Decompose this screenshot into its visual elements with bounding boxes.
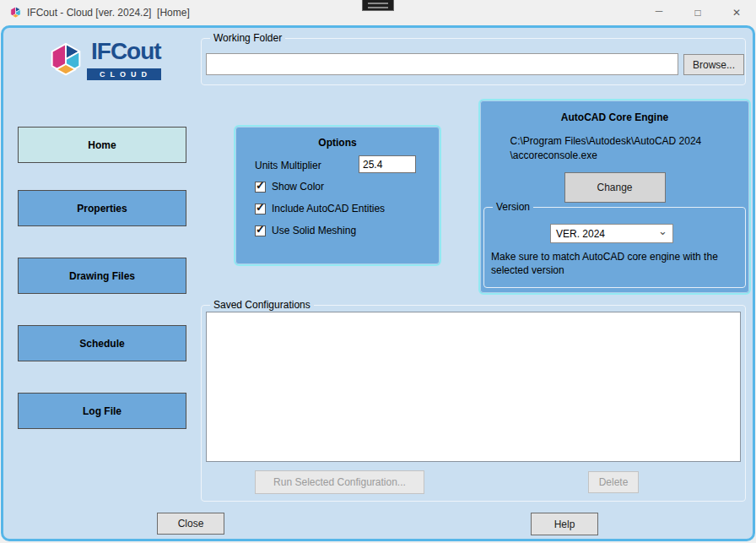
working-folder-label: Working Folder	[210, 32, 285, 45]
checkbox-icon[interactable]: ✓	[255, 204, 266, 214]
notch-line	[368, 7, 388, 8]
notch-line	[368, 3, 388, 4]
sidebar-item-home[interactable]: Home	[18, 127, 186, 163]
autocad-core-engine-panel: AutoCAD Core Engine C:\Program Files\Aut…	[478, 99, 751, 295]
main-window: IFCout CLOUD Working Folder Browse... Ho…	[1, 25, 755, 541]
sidebar-item-drawing-files[interactable]: Drawing Files	[18, 258, 186, 294]
window-title: IFCout - Cloud [ver. 2024.2] [Home]	[27, 7, 190, 19]
run-selected-configuration-button[interactable]: Run Selected Configuration...	[255, 470, 424, 494]
version-note: Make sure to match AutoCAD core engine w…	[491, 250, 737, 277]
working-folder-input[interactable]	[206, 53, 678, 75]
close-button[interactable]: Close	[157, 513, 224, 535]
sidebar-item-schedule[interactable]: Schedule	[18, 325, 186, 361]
close-icon: ✕	[732, 7, 741, 19]
version-selected-value: VER. 2024	[556, 228, 658, 240]
checkbox-use-solid-meshing[interactable]: ✓ Use Solid Meshing	[255, 225, 356, 236]
change-engine-button[interactable]: Change	[564, 172, 666, 203]
options-title: Options	[235, 137, 440, 149]
maximize-button[interactable]: □	[678, 0, 717, 25]
checkbox-icon[interactable]: ✓	[255, 225, 266, 236]
browse-button[interactable]: Browse...	[683, 54, 744, 75]
minimize-icon: ─	[656, 5, 663, 17]
autocad-panel-title: AutoCAD Core Engine	[480, 111, 749, 123]
checkbox-show-color[interactable]: ✓ Show Color	[255, 181, 324, 193]
chevron-down-icon: ⌄	[658, 227, 667, 236]
saved-configurations-list[interactable]	[206, 312, 741, 462]
maximize-icon: □	[694, 7, 700, 19]
saved-configurations-group: Saved Configurations Run Selected Config…	[201, 305, 746, 502]
logo-wordmark: IFCout	[91, 38, 161, 65]
sidebar-item-log-file[interactable]: Log File	[18, 393, 186, 429]
units-multiplier-label: Units Multiplier	[255, 160, 321, 171]
help-button[interactable]: Help	[531, 513, 598, 535]
version-group: Version VER. 2024 ⌄ Make sure to match A…	[483, 207, 746, 288]
working-folder-group: Working Folder Browse...	[201, 38, 746, 85]
saved-configurations-label: Saved Configurations	[210, 299, 314, 312]
checkbox-icon[interactable]: ✓	[255, 182, 266, 193]
window-controls: ─ □ ✕	[640, 0, 756, 25]
ifcout-logo: IFCout CLOUD	[45, 41, 201, 92]
sidebar-item-properties[interactable]: Properties	[18, 190, 186, 226]
version-dropdown[interactable]: VER. 2024 ⌄	[550, 224, 673, 243]
screen-notch	[362, 0, 394, 11]
units-multiplier-input[interactable]	[359, 155, 416, 173]
checkbox-include-autocad-entities[interactable]: ✓ Include AutoCAD Entities	[255, 203, 385, 214]
options-panel: Options Units Multiplier ✓ Show Color ✓ …	[234, 125, 441, 266]
close-window-button[interactable]: ✕	[717, 0, 756, 25]
autocad-engine-path: C:\Program Files\Autodesk\AutoCAD 2024 \…	[480, 134, 749, 163]
logo-cloud-badge: CLOUD	[87, 68, 161, 80]
delete-configuration-button[interactable]: Delete	[588, 471, 639, 493]
version-label: Version	[493, 201, 533, 214]
minimize-button[interactable]: ─	[640, 0, 678, 25]
app-icon	[8, 6, 23, 20]
ifcout-cube-icon	[45, 41, 87, 82]
